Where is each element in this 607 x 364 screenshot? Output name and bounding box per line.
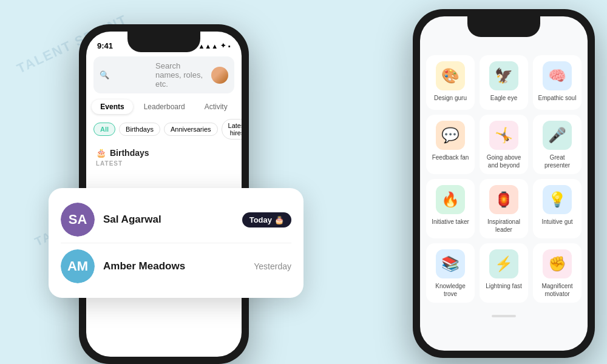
tab-leaderboard[interactable]: Leaderboard [135,99,194,114]
floating-birthday-card: SA Sal Agarwal Today 🎂 AM Amber Meadows … [49,188,304,298]
badge-feedback-fan[interactable]: 💬 Feedback fan [426,115,475,174]
avatar-image [211,67,228,84]
amber-row[interactable]: AM Amber Meadows Yesterday [61,243,291,289]
amber-face: AM [61,249,95,283]
initiative-taker-icon: 🔥 [436,185,465,214]
magnificent-motivator-icon: ✊ [543,249,572,278]
empathic-soul-icon: 🧠 [543,61,572,90]
scroll-bar [492,315,516,317]
intuitive-gut-label: Intuitive gut [541,218,572,226]
badge-eagle-eye[interactable]: 🦅 Eagle eye [480,55,528,110]
magnificent-motivator-label: Magnificent motivator [537,282,578,298]
badge-lightning-fast[interactable]: ⚡ Lightning fast [480,243,528,303]
knowledge-trove-label: Knowledge trove [430,282,471,298]
sal-row[interactable]: SA Sal Agarwal Today 🎂 [61,197,291,243]
filter-row: All Birthdays Anniversaries Latest hires [86,116,242,142]
tab-events[interactable]: Events [92,99,132,114]
battery-icon: ▪ [228,42,231,50]
filter-latest-hires[interactable]: Latest hires [222,119,242,140]
inspirational-leader-icon: 🏮 [489,185,518,214]
badge-great-presenter[interactable]: 🎤 Great presenter [533,115,582,174]
right-phone-screen: 🎨 Design guru 🦅 Eagle eye 🧠 Empathic sou… [420,16,588,351]
birthday-emoji: 🎂 [274,215,284,224]
status-time: 9:41 [97,41,113,50]
birthdays-header: 🎂 Birthdays [86,142,242,160]
eagle-eye-label: Eagle eye [490,94,517,102]
intuitive-gut-icon: 💡 [543,185,572,214]
badge-empathic-soul[interactable]: 🧠 Empathic soul [533,55,582,110]
great-presenter-icon: 🎤 [543,121,572,150]
tab-activity[interactable]: Activity [196,99,236,114]
inspirational-leader-label: Inspirational leader [483,218,524,234]
badge-magnificent-motivator[interactable]: ✊ Magnificent motivator [533,243,582,303]
lightning-fast-icon: ⚡ [489,249,518,278]
empathic-soul-label: Empathic soul [538,94,577,102]
today-label: Today [249,215,272,224]
today-badge: Today 🎂 [242,212,291,228]
sal-face: SA [61,203,95,237]
eagle-eye-icon: 🦅 [489,61,518,90]
going-above-icon: 🤸 [489,121,518,150]
status-icons: ▲▲▲ ✦ ▪ [198,42,231,50]
amber-name: Amber Meadows [103,260,245,272]
search-bar[interactable]: 🔍 Search names, roles, etc. [93,56,234,93]
scroll-indicator [420,311,588,321]
going-above-label: Going above and beyond [483,153,524,169]
initiative-taker-label: Initiative taker [432,218,469,226]
wifi-icon: ✦ [220,42,226,50]
filter-anniversaries[interactable]: Anniversaries [164,123,218,136]
search-icon: 🔍 [100,70,152,79]
latest-label: LATEST [86,160,242,169]
filter-all[interactable]: All [93,123,115,136]
tabs-row: Events Leaderboard Activity [86,97,242,116]
great-presenter-label: Great presenter [537,153,578,169]
feedback-fan-icon: 💬 [436,121,465,150]
design-guru-label: Design guru [434,94,467,102]
badge-grid: 🎨 Design guru 🦅 Eagle eye 🧠 Empathic sou… [420,47,588,311]
right-phone-notch [467,16,540,37]
amber-avatar: AM [61,249,95,283]
design-guru-icon: 🎨 [436,61,465,90]
right-phone: 🎨 Design guru 🦅 Eagle eye 🧠 Empathic sou… [413,9,595,358]
badge-intuitive-gut[interactable]: 💡 Intuitive gut [533,179,582,238]
badge-going-above[interactable]: 🤸 Going above and beyond [480,115,528,174]
sal-avatar: SA [61,203,95,237]
sal-name: Sal Agarwal [103,214,234,226]
user-avatar[interactable] [211,67,228,84]
birthday-cake-icon: 🎂 [96,148,106,158]
birthdays-title: Birthdays [110,148,149,158]
badge-inspirational-leader[interactable]: 🏮 Inspirational leader [480,179,528,238]
phone-notch [127,32,200,52]
badge-design-guru[interactable]: 🎨 Design guru [426,55,475,110]
knowledge-trove-icon: 📚 [436,249,465,278]
signal-icon: ▲▲▲ [198,42,218,50]
filter-birthdays[interactable]: Birthdays [119,123,160,136]
badge-initiative-taker[interactable]: 🔥 Initiative taker [426,179,475,238]
feedback-fan-label: Feedback fan [432,153,469,161]
badge-knowledge-trove[interactable]: 📚 Knowledge trove [426,243,475,303]
search-placeholder: Search names, roles, etc. [155,61,208,89]
amber-date: Yesterday [254,261,291,271]
lightning-fast-label: Lightning fast [486,282,522,290]
